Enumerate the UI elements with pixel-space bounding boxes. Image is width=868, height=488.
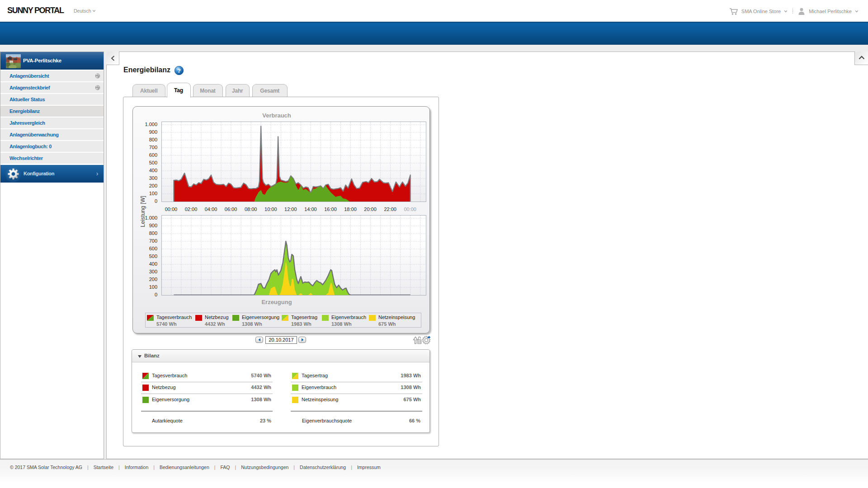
svg-text:?: ? — [177, 67, 181, 74]
